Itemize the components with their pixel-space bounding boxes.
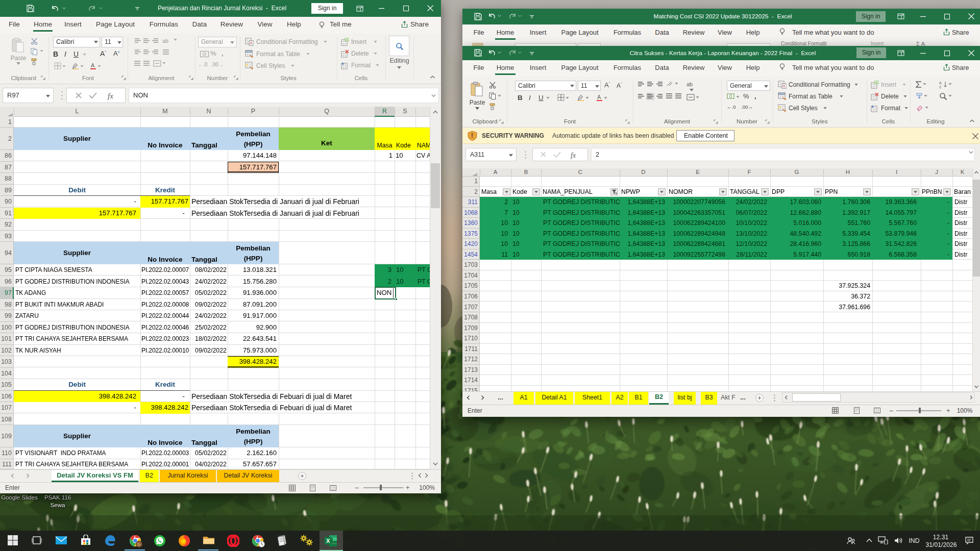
svg-text:X: X [326, 538, 330, 544]
svg-text:fx: fx [108, 92, 113, 100]
svg-text:!: ! [471, 132, 473, 139]
svg-text:D: D [138, 542, 141, 547]
svg-text:fx: fx [571, 152, 576, 159]
svg-text:A: A [939, 81, 942, 85]
svg-text:A: A [91, 62, 95, 68]
svg-text:A: A [597, 94, 601, 100]
svg-text:Z: Z [939, 85, 942, 88]
